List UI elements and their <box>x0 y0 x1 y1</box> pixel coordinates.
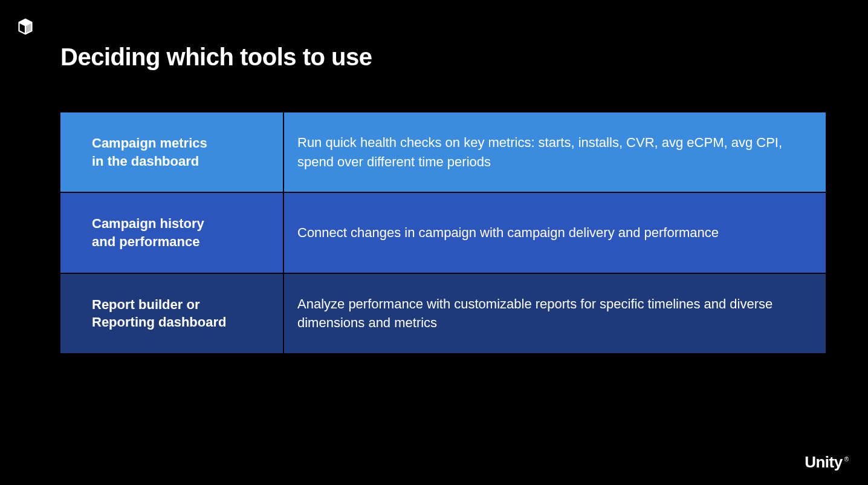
table-row: Campaign history and performance Connect… <box>60 193 826 273</box>
tool-description: Analyze performance with customizable re… <box>284 274 826 353</box>
slide-title: Deciding which tools to use <box>60 44 372 71</box>
brand-name: Unity <box>805 453 843 472</box>
tool-description: Run quick health checks on key metrics: … <box>284 112 826 192</box>
table-row: Report builder or Reporting dashboard An… <box>60 274 826 353</box>
unity-wordmark: Unity ® <box>805 453 849 472</box>
unity-cube-icon <box>17 18 34 37</box>
registered-mark: ® <box>844 456 849 463</box>
tools-table: Campaign metrics in the dashboard Run qu… <box>60 112 826 353</box>
table-row: Campaign metrics in the dashboard Run qu… <box>60 112 826 193</box>
tool-name: Campaign history and performance <box>60 193 284 272</box>
tool-name: Report builder or Reporting dashboard <box>60 274 284 353</box>
tool-name: Campaign metrics in the dashboard <box>60 112 284 192</box>
tool-description: Connect changes in campaign with campaig… <box>284 193 826 272</box>
